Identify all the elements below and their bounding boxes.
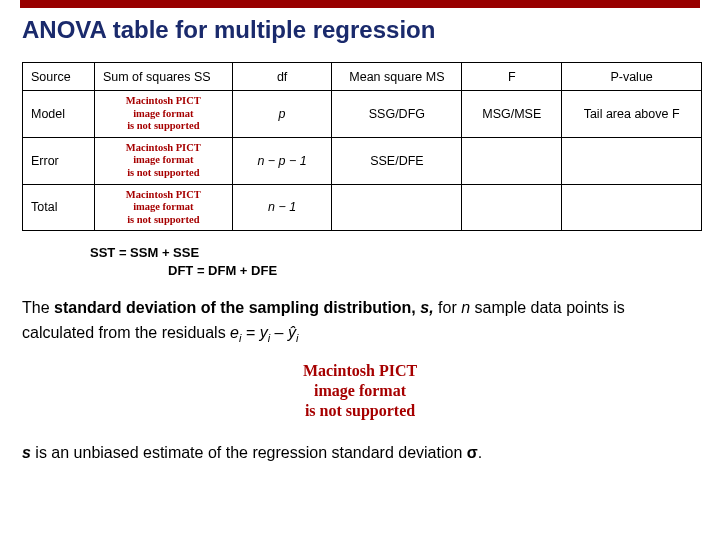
t1m: ŷ: [288, 324, 296, 341]
cell-total-ms: [332, 184, 462, 231]
col-f-label: F: [508, 70, 516, 84]
cell-model-p: Tail area above F: [562, 91, 702, 138]
col-df: df: [232, 63, 332, 91]
t1l: –: [270, 324, 288, 341]
t2d: .: [478, 444, 482, 461]
t1i: =: [241, 324, 259, 341]
cell-total-df: n − 1: [232, 184, 332, 231]
table-header-row: Source Sum of squares SS df Mean square …: [23, 63, 702, 91]
t1g: e: [230, 324, 239, 341]
eq-dft: DFT = DFM + DFE: [168, 263, 720, 278]
pict-large-placeholder: Macintosh PICTimage formatis not support…: [210, 361, 510, 421]
t1j: y: [260, 324, 268, 341]
col-pvalue: P-value: [562, 63, 702, 91]
paragraph-1: The standard deviation of the sampling d…: [22, 296, 698, 347]
cell-model-ss: Macintosh PICTimage formatis not support…: [94, 91, 232, 138]
cell-error-ss: Macintosh PICTimage formatis not support…: [94, 137, 232, 184]
cell-error-df: n − p − 1: [232, 137, 332, 184]
col-ss: Sum of squares SS: [94, 63, 232, 91]
paragraph-2: s is an unbiased estimate of the regress…: [22, 441, 698, 466]
t1n: i: [296, 332, 298, 344]
t1b: standard deviation of the sampling distr…: [54, 299, 420, 316]
page-title: ANOVA table for multiple regression: [22, 16, 700, 44]
equations: SST = SSM + SSE DFT = DFM + DFE: [90, 245, 720, 278]
eq-sst: SST = SSM + SSE: [90, 245, 199, 260]
col-ms: Mean square MS: [332, 63, 462, 91]
cell-total-p: [562, 184, 702, 231]
table-row: Model Macintosh PICTimage formatis not s…: [23, 91, 702, 138]
cell-model-src: Model: [23, 91, 95, 138]
pict-placeholder: Macintosh PICTimage formatis not support…: [126, 95, 201, 133]
t2a: s: [22, 444, 31, 461]
t1e: n: [461, 299, 470, 316]
top-rule: [20, 0, 700, 8]
cell-error-p: [562, 137, 702, 184]
anova-table: Source Sum of squares SS df Mean square …: [22, 62, 702, 231]
table-row: Total Macintosh PICTimage formatis not s…: [23, 184, 702, 231]
cell-total-src: Total: [23, 184, 95, 231]
cell-total-f: [462, 184, 562, 231]
cell-model-f: MSG/MSE: [462, 91, 562, 138]
t2c: σ: [467, 444, 478, 461]
col-f: F: [462, 63, 562, 91]
cell-error-ms: SSE/DFE: [332, 137, 462, 184]
t1c: s,: [420, 299, 433, 316]
cell-total-ss: Macintosh PICTimage formatis not support…: [94, 184, 232, 231]
t1a: The: [22, 299, 54, 316]
col-source: Source: [23, 63, 95, 91]
pict-placeholder: Macintosh PICTimage formatis not support…: [126, 142, 201, 180]
t2b: is an unbiased estimate of the regressio…: [31, 444, 467, 461]
table-row: Error Macintosh PICTimage formatis not s…: [23, 137, 702, 184]
t1d: for: [434, 299, 462, 316]
cell-error-src: Error: [23, 137, 95, 184]
cell-model-ms: SSG/DFG: [332, 91, 462, 138]
cell-model-df: p: [232, 91, 332, 138]
pict-placeholder: Macintosh PICTimage formatis not support…: [126, 189, 201, 227]
cell-error-f: [462, 137, 562, 184]
